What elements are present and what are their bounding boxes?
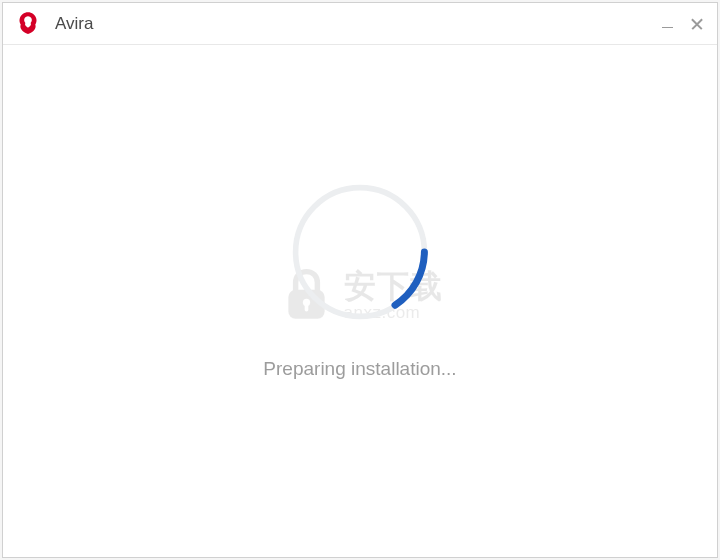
content-area: 安下载 anxz.com Preparing installation... (3, 45, 717, 557)
installer-window: Avira 安下载 anxz.com (2, 2, 718, 558)
loading-spinner (290, 182, 430, 322)
window-title: Avira (55, 14, 659, 34)
titlebar: Avira (3, 3, 717, 45)
close-button[interactable] (689, 16, 705, 32)
minimize-button[interactable] (659, 16, 675, 32)
status-message: Preparing installation... (263, 358, 456, 380)
avira-logo-icon (15, 11, 41, 37)
window-controls (659, 16, 705, 32)
